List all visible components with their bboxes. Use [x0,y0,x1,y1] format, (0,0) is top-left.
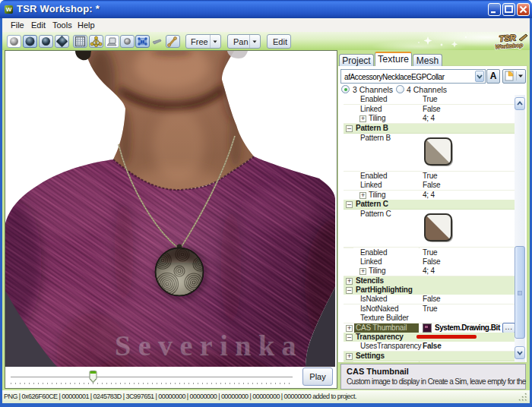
svg-text:Workshop: Workshop [495,42,523,50]
